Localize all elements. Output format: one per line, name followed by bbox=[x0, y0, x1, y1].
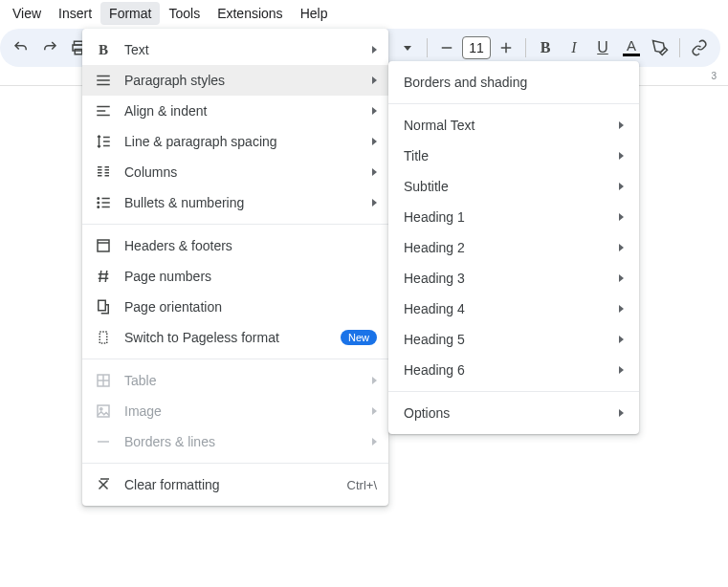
image-icon bbox=[94, 402, 113, 421]
para-item-heading-6[interactable]: Heading 6 bbox=[388, 355, 639, 385]
format-item-align-indent[interactable]: Align & indent bbox=[82, 96, 388, 126]
svg-line-34 bbox=[105, 271, 107, 282]
menu-format[interactable]: Format bbox=[100, 2, 160, 25]
text-color-button[interactable]: A bbox=[618, 34, 645, 61]
keyboard-shortcut: Ctrl+\ bbox=[347, 478, 377, 492]
svg-point-24 bbox=[98, 202, 99, 204]
menu-help[interactable]: Help bbox=[292, 2, 337, 25]
toolbar-separator bbox=[679, 38, 680, 57]
svg-point-40 bbox=[100, 408, 102, 410]
insert-link-button[interactable] bbox=[686, 34, 713, 61]
para-item-subtitle[interactable]: Subtitle bbox=[388, 171, 639, 202]
chevron-right-icon bbox=[619, 305, 624, 313]
text-color-icon: A bbox=[627, 39, 636, 53]
underline-button[interactable]: U bbox=[589, 34, 616, 61]
menu-separator bbox=[388, 103, 639, 104]
format-item-pageless[interactable]: Switch to Pageless format New bbox=[82, 322, 388, 353]
format-item-page-orientation[interactable]: Page orientation bbox=[82, 292, 388, 322]
format-item-bullets-numbering[interactable]: Bullets & numbering bbox=[82, 187, 388, 218]
format-menu-dropdown: B Text Paragraph styles Align & indent L… bbox=[82, 29, 388, 506]
para-item-heading-3[interactable]: Heading 3 bbox=[388, 263, 639, 294]
toolbar-separator bbox=[525, 38, 526, 57]
font-size-increase-button[interactable] bbox=[493, 34, 519, 61]
table-icon bbox=[94, 371, 113, 390]
menu-separator bbox=[82, 463, 388, 464]
para-item-options[interactable]: Options bbox=[388, 398, 639, 428]
bold-button[interactable]: B bbox=[532, 34, 559, 61]
chevron-right-icon bbox=[372, 438, 377, 446]
new-badge: New bbox=[341, 330, 377, 345]
paragraph-icon bbox=[94, 71, 113, 90]
format-item-headers-footers[interactable]: Headers & footers bbox=[82, 230, 388, 261]
format-item-columns[interactable]: Columns bbox=[82, 157, 388, 187]
align-icon bbox=[94, 101, 113, 120]
columns-icon bbox=[94, 163, 113, 182]
highlighter-icon bbox=[651, 39, 669, 56]
page-orientation-icon bbox=[94, 297, 113, 316]
borders-lines-icon bbox=[94, 432, 113, 451]
svg-point-23 bbox=[98, 198, 99, 200]
svg-point-25 bbox=[98, 207, 99, 208]
format-item-text[interactable]: B Text bbox=[82, 34, 388, 65]
page-numbers-icon bbox=[94, 267, 113, 286]
para-item-borders-shading[interactable]: Borders and shading bbox=[388, 67, 639, 98]
menu-separator bbox=[82, 224, 388, 225]
para-item-heading-5[interactable]: Heading 5 bbox=[388, 324, 639, 355]
chevron-right-icon bbox=[372, 107, 377, 115]
paragraph-styles-submenu: Borders and shading Normal Text Title Su… bbox=[388, 61, 639, 434]
pageless-icon bbox=[94, 328, 113, 347]
toolbar-separator bbox=[427, 38, 428, 57]
menu-insert[interactable]: Insert bbox=[50, 2, 100, 25]
svg-rect-29 bbox=[98, 240, 109, 251]
svg-line-33 bbox=[99, 271, 101, 282]
chevron-right-icon bbox=[372, 407, 377, 415]
chevron-right-icon bbox=[619, 274, 624, 282]
format-item-page-numbers[interactable]: Page numbers bbox=[82, 261, 388, 292]
format-item-paragraph-styles[interactable]: Paragraph styles bbox=[82, 65, 388, 96]
menu-separator bbox=[82, 359, 388, 359]
para-item-title[interactable]: Title bbox=[388, 141, 639, 171]
chevron-right-icon bbox=[619, 336, 624, 343]
highlight-button[interactable] bbox=[647, 34, 673, 61]
svg-rect-39 bbox=[98, 405, 109, 417]
chevron-right-icon bbox=[372, 199, 377, 207]
redo-button[interactable] bbox=[36, 34, 63, 61]
chevron-right-icon bbox=[619, 366, 624, 374]
chevron-right-icon bbox=[619, 152, 624, 160]
format-item-borders-lines: Borders & lines bbox=[82, 426, 388, 457]
menu-separator bbox=[388, 391, 639, 392]
font-size-decrease-button[interactable] bbox=[433, 34, 460, 61]
format-item-line-spacing[interactable]: Line & paragraph spacing bbox=[82, 126, 388, 157]
undo-button[interactable] bbox=[8, 34, 34, 61]
para-item-heading-4[interactable]: Heading 4 bbox=[388, 294, 639, 324]
line-spacing-icon bbox=[94, 132, 113, 151]
menu-extensions[interactable]: Extensions bbox=[209, 2, 291, 25]
para-item-normal-text[interactable]: Normal Text bbox=[388, 110, 639, 141]
chevron-right-icon bbox=[372, 76, 377, 84]
chevron-right-icon bbox=[619, 244, 624, 251]
ruler-tick-label: 3 bbox=[711, 71, 717, 81]
clear-formatting-icon bbox=[94, 475, 113, 494]
chevron-right-icon bbox=[619, 121, 624, 129]
bold-icon: B bbox=[94, 40, 113, 59]
bold-icon: B bbox=[540, 39, 551, 56]
para-item-heading-1[interactable]: Heading 1 bbox=[388, 202, 639, 232]
headers-footers-icon bbox=[94, 236, 113, 255]
menu-tools[interactable]: Tools bbox=[160, 2, 209, 25]
menubar: View Insert Format Tools Extensions Help bbox=[0, 0, 728, 27]
italic-icon: I bbox=[571, 39, 576, 56]
chevron-right-icon bbox=[372, 138, 377, 145]
format-item-clear-formatting[interactable]: Clear formatting Ctrl+\ bbox=[82, 469, 388, 500]
font-size-input[interactable]: 11 bbox=[462, 36, 491, 59]
chevron-right-icon bbox=[372, 377, 377, 384]
underline-icon: U bbox=[597, 39, 608, 56]
svg-rect-35 bbox=[99, 300, 106, 311]
para-item-heading-2[interactable]: Heading 2 bbox=[388, 232, 639, 263]
dropdown-caret[interactable] bbox=[394, 34, 421, 61]
bullets-icon bbox=[94, 193, 113, 212]
chevron-right-icon bbox=[619, 409, 624, 417]
menu-view[interactable]: View bbox=[4, 2, 50, 25]
chevron-right-icon bbox=[372, 46, 377, 54]
font-size-control: 11 bbox=[433, 34, 519, 61]
italic-button[interactable]: I bbox=[561, 34, 587, 61]
